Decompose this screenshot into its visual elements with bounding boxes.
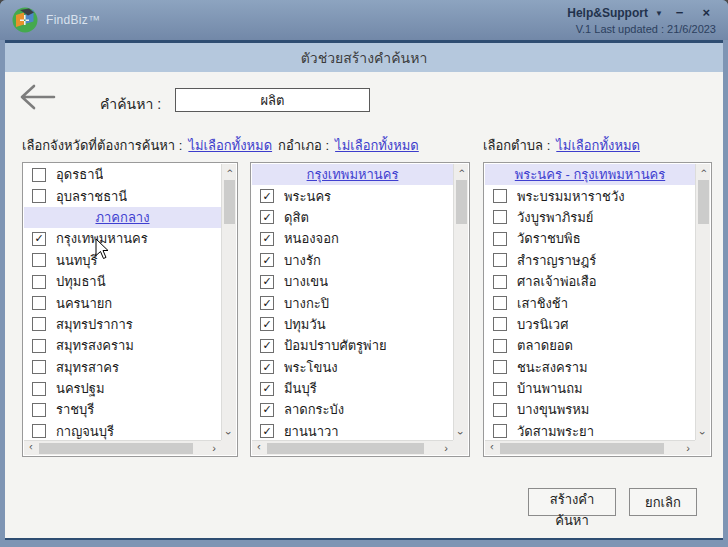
horizontal-scrollbar[interactable]: › › [24,440,221,455]
vertical-scroll-thumb[interactable] [224,180,235,224]
list-item[interactable]: ราชบุรี [24,399,221,420]
back-arrow-icon[interactable] [18,82,58,112]
list-item[interactable]: พระบรมมหาราชวัง [485,185,695,206]
checkbox-checked-icon[interactable]: ✓ [260,232,274,246]
close-button[interactable]: × [696,5,716,21]
section-header-link[interactable]: พระนคร - กรุงเทพมหานคร [515,164,665,185]
list-item[interactable]: ✓บางรัก [252,250,453,271]
list-item[interactable]: บวรนิเวศ [485,314,695,335]
list-item[interactable]: บ้านพานถม [485,378,695,399]
list-section-header[interactable]: กรุงเทพมหานคร [252,164,453,185]
scroll-down-icon[interactable]: › [222,426,236,440]
list-item[interactable]: นนทบุรี [24,250,221,271]
list-item[interactable]: ✓ปทุมวัน [252,314,453,335]
checkbox-unchecked-icon[interactable] [493,360,507,374]
checkbox-unchecked-icon[interactable] [32,189,46,203]
list-item[interactable]: วังบูรพาภิรมย์ [485,207,695,228]
subdistrict-listbox[interactable]: พระนคร - กรุงเทพมหานครพระบรมมหาราชวังวัง… [483,162,712,457]
chevron-down-icon[interactable]: ▼ [655,9,663,18]
checkbox-unchecked-icon[interactable] [493,424,507,438]
checkbox-checked-icon[interactable]: ✓ [260,424,274,438]
province-deselect-all-link[interactable]: ไม่เลือกทั้งหมด [188,135,272,156]
cancel-button[interactable]: ยกเลิก [629,488,697,516]
scroll-down-icon[interactable]: › [696,426,710,440]
vertical-scrollbar[interactable]: › › [453,164,468,440]
checkbox-unchecked-icon[interactable] [493,339,507,353]
list-item[interactable]: ✓บางเขน [252,271,453,292]
list-item[interactable]: กาญจนบุรี [24,421,221,440]
checkbox-checked-icon[interactable]: ✓ [260,403,274,417]
list-item[interactable]: ✓มีนบุรี [252,378,453,399]
list-item[interactable]: ✓พระนคร [252,185,453,206]
vertical-scroll-thumb[interactable] [698,180,709,224]
scroll-right-icon[interactable]: › [681,442,695,454]
checkbox-checked-icon[interactable]: ✓ [260,189,274,203]
checkbox-unchecked-icon[interactable] [32,403,46,417]
list-item[interactable]: ตลาดยอด [485,335,695,356]
scroll-up-icon[interactable]: › [454,164,468,178]
checkbox-unchecked-icon[interactable] [32,275,46,289]
create-search-button[interactable]: สร้างคำค้นหา [528,488,616,516]
checkbox-unchecked-icon[interactable] [32,360,46,374]
list-item[interactable]: ✓บางกะปิ [252,292,453,313]
vertical-scrollbar[interactable]: › › [221,164,236,440]
vertical-scroll-thumb[interactable] [456,180,467,224]
district-deselect-all-link[interactable]: ไม่เลือกทั้งหมด [335,135,419,156]
checkbox-unchecked-icon[interactable] [32,253,46,267]
province-listbox[interactable]: อุดรธานีอุบลราชธานีภาคกลาง✓กรุงเทพมหานคร… [22,162,238,457]
list-item[interactable]: ชนะสงคราม [485,357,695,378]
scroll-left-icon[interactable]: › [485,442,499,454]
horizontal-scroll-thumb[interactable] [39,443,193,454]
checkbox-checked-icon[interactable]: ✓ [260,360,274,374]
checkbox-checked-icon[interactable]: ✓ [260,253,274,267]
list-item[interactable]: อุดรธานี [24,164,221,185]
list-item[interactable]: สมุทรสาคร [24,357,221,378]
checkbox-unchecked-icon[interactable] [32,168,46,182]
checkbox-checked-icon[interactable]: ✓ [260,210,274,224]
list-item[interactable]: บางขุนพรหม [485,399,695,420]
scroll-up-icon[interactable]: › [222,164,236,178]
list-item[interactable]: ✓กรุงเทพมหานคร [24,228,221,249]
section-header-link[interactable]: ภาคกลาง [95,207,149,228]
horizontal-scrollbar[interactable]: › › [252,440,453,455]
checkbox-unchecked-icon[interactable] [32,382,46,396]
checkbox-unchecked-icon[interactable] [32,317,46,331]
list-item[interactable]: นครปฐม [24,378,221,399]
checkbox-unchecked-icon[interactable] [32,296,46,310]
checkbox-unchecked-icon[interactable] [493,403,507,417]
scroll-down-icon[interactable]: › [454,426,468,440]
checkbox-checked-icon[interactable]: ✓ [260,382,274,396]
scroll-left-icon[interactable]: › [24,442,38,454]
checkbox-unchecked-icon[interactable] [493,382,507,396]
scroll-right-icon[interactable]: › [207,442,221,454]
checkbox-unchecked-icon[interactable] [493,275,507,289]
checkbox-unchecked-icon[interactable] [32,339,46,353]
search-term-input[interactable] [175,88,370,112]
scroll-right-icon[interactable]: › [439,442,453,454]
scroll-left-icon[interactable]: › [252,442,266,454]
list-item[interactable]: วัดสามพระยา [485,421,695,440]
checkbox-checked-icon[interactable]: ✓ [260,275,274,289]
list-item[interactable]: ✓หนองจอก [252,228,453,249]
list-item[interactable]: เสาชิงช้า [485,292,695,313]
checkbox-unchecked-icon[interactable] [493,317,507,331]
horizontal-scrollbar[interactable]: › › [485,440,695,455]
list-item[interactable]: นครนายก [24,292,221,313]
checkbox-checked-icon[interactable]: ✓ [260,317,274,331]
minimize-button[interactable]: − [670,5,690,21]
checkbox-unchecked-icon[interactable] [493,296,507,310]
district-listbox[interactable]: กรุงเทพมหานคร✓พระนคร✓ดุสิต✓หนองจอก✓บางรั… [250,162,470,457]
horizontal-scroll-thumb[interactable] [267,443,424,454]
list-item[interactable]: สมุทรปราการ [24,314,221,335]
horizontal-scroll-thumb[interactable] [500,443,664,454]
checkbox-checked-icon[interactable]: ✓ [260,339,274,353]
vertical-scrollbar[interactable]: › › [695,164,710,440]
list-item[interactable]: สมุทรสงคราม [24,335,221,356]
list-item[interactable]: ศาลเจ้าพ่อเสือ [485,271,695,292]
list-item[interactable]: ✓ดุสิต [252,207,453,228]
checkbox-unchecked-icon[interactable] [493,210,507,224]
list-item[interactable]: อุบลราชธานี [24,185,221,206]
list-section-header[interactable]: ภาคกลาง [24,207,221,228]
list-item[interactable]: ✓ลาดกระบัง [252,399,453,420]
list-item[interactable]: ✓พระโขนง [252,357,453,378]
